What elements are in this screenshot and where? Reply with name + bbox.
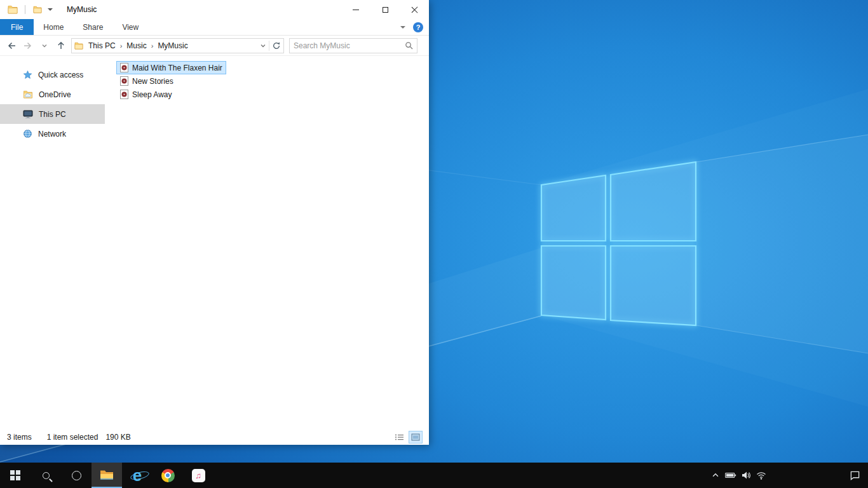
recent-locations-chevron-icon[interactable] xyxy=(38,39,51,53)
tray-network-button[interactable] xyxy=(754,463,769,488)
sidebar-item-quick-access[interactable]: Quick access xyxy=(0,65,105,85)
navigation-pane: Quick access OneDrive This PC Network xyxy=(0,56,105,430)
large-icons-view-button[interactable] xyxy=(409,431,422,443)
taskbar-search-button[interactable] xyxy=(31,463,61,488)
quick-access-star-icon xyxy=(23,70,32,79)
wifi-icon xyxy=(756,471,766,480)
address-folder-icon xyxy=(74,42,83,50)
tray-spacer xyxy=(769,463,841,488)
windows-logo-icon xyxy=(10,470,20,480)
breadcrumb-mymusic[interactable]: MyMusic xyxy=(154,41,191,50)
address-dropdown-icon[interactable] xyxy=(260,43,266,49)
itunes-icon: ♫ xyxy=(192,469,205,482)
caption-buttons xyxy=(341,0,429,19)
audio-file-icon xyxy=(120,76,128,86)
system-tray xyxy=(708,463,868,488)
qat-separator xyxy=(25,5,25,14)
screen: MyMusic File Home Share View ? xyxy=(0,0,868,488)
breadcrumb-this-pc[interactable]: This PC xyxy=(85,41,119,50)
taskbar-itunes-button[interactable]: ♫ xyxy=(183,463,214,488)
file-name: Maid With The Flaxen Hair xyxy=(132,64,222,72)
audio-file-icon xyxy=(120,90,128,99)
qat-customize-chevron-icon[interactable] xyxy=(44,3,57,17)
onedrive-icon xyxy=(23,90,33,98)
back-button[interactable] xyxy=(5,39,18,53)
address-divider xyxy=(269,41,269,51)
file-name: Sleep Away xyxy=(132,90,172,99)
large-icons-view-icon xyxy=(411,433,420,441)
maximize-icon xyxy=(383,7,388,13)
action-center-button[interactable] xyxy=(841,463,868,488)
minimize-icon xyxy=(353,10,359,10)
status-selection: 1 item selected xyxy=(47,433,98,442)
tray-volume-button[interactable] xyxy=(738,463,754,488)
status-item-count: 3 items xyxy=(7,433,32,442)
battery-icon xyxy=(724,471,737,480)
this-pc-icon xyxy=(23,110,33,119)
tray-show-hidden-icons-button[interactable] xyxy=(708,463,723,488)
close-button[interactable] xyxy=(400,0,429,19)
minimize-button[interactable] xyxy=(341,0,370,19)
taskbar-chrome-button[interactable] xyxy=(153,463,183,488)
tab-view[interactable]: View xyxy=(112,19,148,35)
details-view-icon xyxy=(395,433,403,441)
file-item-new-stories[interactable]: New Stories xyxy=(116,74,177,88)
file-explorer-icon xyxy=(100,469,114,480)
breadcrumb-separator-icon[interactable]: › xyxy=(119,42,124,50)
file-item-maid-with-the-flaxen-hair[interactable]: Maid With The Flaxen Hair xyxy=(116,61,226,74)
file-list: Maid With The Flaxen Hair New Stories Sl… xyxy=(105,56,429,430)
sidebar-item-label: This PC xyxy=(39,110,66,119)
close-icon xyxy=(411,6,418,13)
search-icon xyxy=(43,472,50,479)
search-input[interactable] xyxy=(294,41,405,50)
ribbon-tabs: File Home Share View ? xyxy=(0,19,429,36)
details-view-button[interactable] xyxy=(393,431,405,443)
start-button[interactable] xyxy=(0,463,31,488)
action-center-icon xyxy=(850,470,860,480)
address-box[interactable]: This PC › Music › MyMusic xyxy=(71,38,284,53)
tab-share[interactable]: Share xyxy=(73,19,112,35)
desktop: MyMusic File Home Share View ? xyxy=(0,0,868,463)
statusbar: 3 items 1 item selected 190 KB xyxy=(0,430,429,445)
internet-explorer-icon: e xyxy=(133,467,142,484)
search-box xyxy=(289,38,417,53)
status-size: 190 KB xyxy=(105,433,130,442)
window-title: MyMusic xyxy=(67,5,97,14)
sidebar-item-label: OneDrive xyxy=(39,90,71,99)
chevron-up-icon xyxy=(711,471,720,480)
audio-file-icon xyxy=(120,63,128,72)
tray-battery-button[interactable] xyxy=(723,463,738,488)
refresh-icon[interactable] xyxy=(272,41,281,50)
maximize-button[interactable] xyxy=(370,0,400,19)
tab-home[interactable]: Home xyxy=(34,19,73,35)
sidebar-item-label: Network xyxy=(38,130,66,139)
sidebar-item-network[interactable]: Network xyxy=(0,124,105,144)
breadcrumb-music[interactable]: Music xyxy=(123,41,149,50)
taskbar: e ♫ xyxy=(0,463,868,488)
network-globe-icon xyxy=(23,129,32,139)
file-name: New Stories xyxy=(132,77,173,86)
file-item-sleep-away[interactable]: Sleep Away xyxy=(116,88,176,101)
tab-file[interactable]: File xyxy=(0,19,34,35)
cortana-button[interactable] xyxy=(61,463,92,488)
search-icon[interactable] xyxy=(405,41,413,50)
chrome-icon xyxy=(161,469,175,482)
explorer-window: MyMusic File Home Share View ? xyxy=(0,0,429,445)
help-icon[interactable]: ? xyxy=(413,22,423,32)
window-body: Quick access OneDrive This PC Network xyxy=(0,56,429,430)
sidebar-item-this-pc[interactable]: This PC xyxy=(0,104,105,124)
taskbar-internet-explorer-button[interactable]: e xyxy=(122,463,153,488)
titlebar: MyMusic xyxy=(0,0,429,19)
taskbar-file-explorer-button[interactable] xyxy=(92,463,122,488)
window-folder-icon xyxy=(6,3,19,17)
forward-button[interactable] xyxy=(22,39,34,53)
expand-ribbon-icon[interactable] xyxy=(400,26,405,29)
qat-new-folder-icon[interactable] xyxy=(31,3,44,17)
breadcrumb-separator-icon[interactable]: › xyxy=(150,42,155,50)
addressbar: This PC › Music › MyMusic xyxy=(0,36,429,56)
sidebar-item-label: Quick access xyxy=(38,71,83,79)
speaker-icon xyxy=(741,471,751,480)
sidebar-item-onedrive[interactable]: OneDrive xyxy=(0,85,105,104)
up-button[interactable] xyxy=(55,39,67,53)
cortana-icon xyxy=(72,471,81,480)
